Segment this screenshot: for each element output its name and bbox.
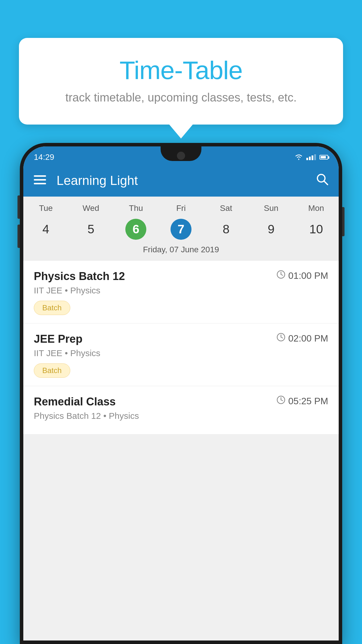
schedule-meta-1: IIT JEE • Physics — [34, 286, 328, 295]
svg-line-13 — [281, 400, 283, 401]
svg-line-7 — [281, 274, 283, 275]
schedule-time-3: 05:25 PM — [277, 396, 328, 407]
schedule-list: Physics Batch 12 01:00 PM IIT JEE • Phys… — [23, 261, 339, 435]
day-header-wed: Wed — [68, 204, 114, 213]
selected-date-label: Friday, 07 June 2019 — [23, 241, 339, 256]
day-header-sat: Sat — [203, 204, 249, 213]
tooltip-subtitle: track timetable, upcoming classes, tests… — [42, 91, 320, 104]
clock-icon-2 — [277, 333, 285, 344]
day-headers: Tue Wed Thu Fri Sat Sun Mon — [23, 204, 339, 213]
schedule-name-3: Remedial Class — [34, 396, 116, 408]
day-header-thu: Thu — [113, 204, 159, 213]
svg-line-10 — [281, 337, 283, 338]
schedule-time-1: 01:00 PM — [277, 270, 328, 281]
day-numbers: 4 5 6 7 8 9 10 — [23, 218, 339, 241]
app-title: Learning Light — [57, 173, 305, 188]
day-5[interactable]: 5 — [68, 218, 114, 241]
schedule-name-2: JEE Prep — [34, 333, 82, 345]
day-header-mon: Mon — [294, 204, 339, 213]
schedule-time-2: 02:00 PM — [277, 333, 328, 344]
phone-notch — [161, 146, 201, 161]
tooltip-card: Time-Table track timetable, upcoming cla… — [19, 38, 343, 125]
schedule-name-1: Physics Batch 12 — [34, 270, 125, 283]
day-10[interactable]: 10 — [294, 218, 339, 241]
front-camera — [177, 152, 185, 160]
day-4[interactable]: 4 — [23, 218, 68, 241]
schedule-item-top-1: Physics Batch 12 01:00 PM — [34, 270, 328, 283]
schedule-item-top-3: Remedial Class 05:25 PM — [34, 396, 328, 408]
schedule-meta-2: IIT JEE • Physics — [34, 348, 328, 358]
day-7-selected[interactable]: 7 — [171, 219, 191, 240]
tooltip-title: Time-Table — [42, 55, 320, 85]
svg-line-4 — [324, 181, 328, 185]
wifi-icon — [295, 154, 303, 160]
calendar-strip: Tue Wed Thu Fri Sat Sun Mon 4 5 6 7 8 9 … — [23, 197, 339, 261]
day-8[interactable]: 8 — [203, 218, 249, 241]
status-time: 14:29 — [34, 153, 54, 162]
day-header-fri: Fri — [159, 204, 204, 213]
signal-icon — [306, 154, 316, 160]
day-9[interactable]: 9 — [249, 218, 294, 241]
phone-screen: 14:29 — [23, 146, 339, 640]
batch-badge-2: Batch — [34, 363, 70, 378]
batch-badge-1: Batch — [34, 301, 70, 315]
svg-rect-1 — [34, 179, 46, 181]
schedule-item-1[interactable]: Physics Batch 12 01:00 PM IIT JEE • Phys… — [23, 261, 339, 323]
schedule-item-top-2: JEE Prep 02:00 PM — [34, 333, 328, 345]
vol-down-button — [17, 225, 20, 248]
vol-up-button — [17, 195, 20, 219]
schedule-item-3[interactable]: Remedial Class 05:25 PM Physics Batch 12… — [23, 386, 339, 435]
power-button — [342, 207, 345, 236]
clock-icon-1 — [277, 270, 285, 281]
svg-rect-2 — [34, 183, 46, 184]
search-icon[interactable] — [316, 173, 328, 188]
battery-icon — [319, 155, 328, 160]
day-header-tue: Tue — [23, 204, 68, 213]
clock-icon-3 — [277, 396, 285, 407]
app-bar: Learning Light — [23, 164, 339, 197]
schedule-item-2[interactable]: JEE Prep 02:00 PM IIT JEE • Physics — [23, 323, 339, 386]
phone-frame: 14:29 — [20, 143, 342, 644]
day-6-today[interactable]: 6 — [125, 219, 146, 240]
schedule-meta-3: Physics Batch 12 • Physics — [34, 411, 328, 421]
hamburger-menu-icon[interactable] — [34, 175, 46, 186]
day-header-sun: Sun — [249, 204, 294, 213]
svg-rect-0 — [34, 175, 46, 177]
status-icons — [295, 154, 328, 160]
